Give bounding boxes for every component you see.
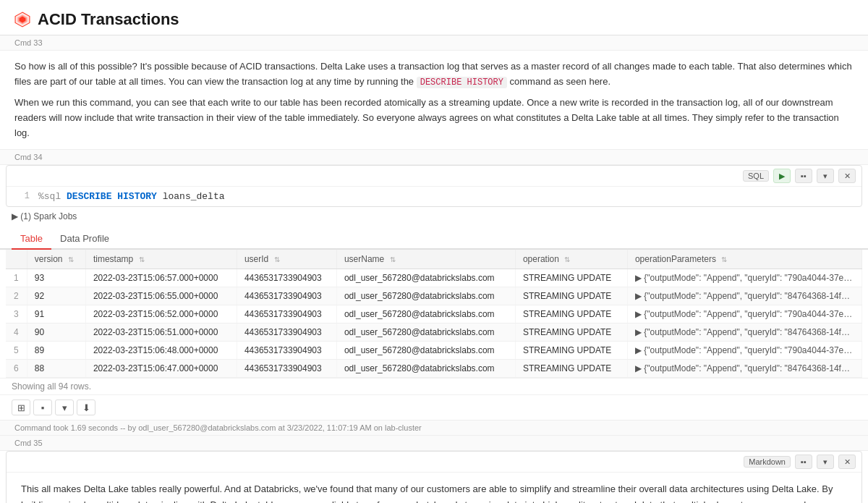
- cmd34-cell-header: SQL ▶ ▪▪ ▾ ✕: [7, 166, 861, 187]
- table-row: 5 89 2022-03-23T15:06:48.000+0000 443653…: [6, 342, 862, 360]
- cell-row-num: 5: [6, 342, 27, 360]
- table-row: 1 93 2022-03-23T15:06:57.000+0000 443653…: [6, 269, 862, 287]
- cell-row-num: 2: [6, 287, 27, 305]
- tab-table[interactable]: Table: [12, 229, 51, 250]
- cell-timestamp: 2022-03-23T15:06:52.000+0000: [85, 305, 237, 324]
- cell-version: 90: [27, 324, 85, 342]
- cell-timestamp: 2022-03-23T15:06:51.000+0000: [85, 324, 237, 342]
- cell-row-num: 1: [6, 269, 27, 287]
- run-button[interactable]: ▶: [773, 169, 791, 183]
- spark-jobs-label: ▶ (1) Spark Jobs: [12, 211, 77, 221]
- markdown-paragraph: This all makes Delta Lake tables really …: [21, 481, 847, 503]
- cell-version: 89: [27, 342, 85, 360]
- markdown-menu-button[interactable]: ▾: [817, 455, 834, 469]
- cell-op-params[interactable]: ▶ {"outputMode": "Append", "queryId": "8…: [627, 324, 861, 342]
- notebook-header: ACID Transactions: [0, 0, 868, 35]
- th-operation[interactable]: operation ⇅: [515, 250, 627, 269]
- cell-operation: STREAMING UPDATE: [515, 324, 627, 342]
- table-chart-button[interactable]: ▪: [33, 400, 52, 415]
- table-footer: Showing all 94 rows.: [0, 378, 868, 394]
- sort-userid-icon: ⇅: [274, 255, 280, 263]
- code-sql-keyword: DESCRIBE HISTORY: [67, 191, 157, 202]
- cell-operation: STREAMING UPDATE: [515, 305, 627, 324]
- cell-username: odl_user_567280@databrickslabs.com: [336, 324, 515, 342]
- cell-userid: 4436531733904903: [237, 269, 336, 287]
- th-operation-params[interactable]: operationParameters ⇅: [627, 250, 861, 269]
- sort-version-icon: ⇅: [68, 255, 74, 263]
- code-table-name: loans_delta: [163, 191, 225, 202]
- cell-operation: STREAMING UPDATE: [515, 269, 627, 287]
- cmd34-code-cell: SQL ▶ ▪▪ ▾ ✕ 1 %sql DESCRIBE HISTORY loa…: [6, 165, 862, 207]
- notebook-container: ACID Transactions Cmd 33 So how is all o…: [0, 0, 868, 503]
- cell-row-num: 4: [6, 324, 27, 342]
- code-line-1: 1 %sql DESCRIBE HISTORY loans_delta: [7, 187, 861, 206]
- result-tabs: Table Data Profile: [0, 229, 868, 250]
- cell-operation: STREAMING UPDATE: [515, 287, 627, 305]
- table-row: 6 88 2022-03-23T15:06:47.000+0000 443653…: [6, 360, 862, 378]
- th-username[interactable]: userName ⇅: [336, 250, 515, 269]
- cell-op-params[interactable]: ▶ {"outputMode": "Append", "queryId": "8…: [627, 287, 861, 305]
- sort-operation-icon: ⇅: [564, 255, 570, 263]
- table-row: 2 92 2022-03-23T15:06:55.000+0000 443653…: [6, 287, 862, 305]
- cell-username: odl_user_567280@databrickslabs.com: [336, 305, 515, 324]
- cell-menu-button[interactable]: ▾: [817, 169, 834, 183]
- table-grid-button[interactable]: ⊞: [12, 400, 30, 415]
- table-chart-down-button[interactable]: ▾: [55, 400, 74, 415]
- cell-op-params[interactable]: ▶ {"outputMode": "Append", "queryId": "7…: [627, 269, 861, 287]
- table-header-row: version ⇅ timestamp ⇅ userId ⇅ userName …: [6, 250, 862, 269]
- cell-version: 92: [27, 287, 85, 305]
- cmd33-para1: So how is all of this possible? It's pos…: [14, 59, 854, 90]
- cell-op-params[interactable]: ▶ {"outputMode": "Append", "queryId": "7…: [627, 305, 861, 324]
- cell-userid: 4436531733904903: [237, 360, 336, 378]
- cell-userid: 4436531733904903: [237, 342, 336, 360]
- cell-userid: 4436531733904903: [237, 287, 336, 305]
- table-actions: ⊞ ▪ ▾ ⬇: [0, 394, 868, 420]
- th-timestamp[interactable]: timestamp ⇅: [85, 250, 237, 269]
- cmd33-para2: When we run this command, you can see th…: [14, 96, 854, 140]
- th-userid[interactable]: userId ⇅: [237, 250, 336, 269]
- code-magic-keyword: %sql: [38, 191, 61, 202]
- line-number: 1: [18, 191, 30, 202]
- markdown-content: This all makes Delta Lake tables really …: [7, 473, 861, 503]
- cell-version: 91: [27, 305, 85, 324]
- table-row: 3 91 2022-03-23T15:06:52.000+0000 443653…: [6, 305, 862, 324]
- cell-username: odl_user_567280@databrickslabs.com: [336, 269, 515, 287]
- spark-jobs-section[interactable]: ▶ (1) Spark Jobs: [0, 207, 868, 226]
- cell-userid: 4436531733904903: [237, 305, 336, 324]
- chart-view-button[interactable]: ▪▪: [795, 169, 812, 183]
- cmd34-timing: Command took 1.69 seconds -- by odl_user…: [0, 420, 868, 436]
- sql-lang-badge: SQL: [743, 170, 769, 182]
- sort-params-icon: ⇅: [721, 255, 727, 263]
- cmd35-markdown-cell: Markdown ▪▪ ▾ ✕ This all makes Delta Lak…: [6, 451, 862, 503]
- cell-row-num: 6: [6, 360, 27, 378]
- markdown-lang-badge: Markdown: [744, 456, 791, 468]
- cell-operation: STREAMING UPDATE: [515, 342, 627, 360]
- sort-username-icon: ⇅: [390, 255, 396, 263]
- markdown-close-button[interactable]: ✕: [838, 455, 856, 469]
- cell-timestamp: 2022-03-23T15:06:47.000+0000: [85, 360, 237, 378]
- cell-timestamp: 2022-03-23T15:06:55.000+0000: [85, 287, 237, 305]
- cell-version: 88: [27, 360, 85, 378]
- th-version[interactable]: version ⇅: [27, 250, 85, 269]
- page-title: ACID Transactions: [38, 10, 179, 29]
- markdown-chart-button[interactable]: ▪▪: [795, 455, 812, 469]
- result-table-wrapper: version ⇅ timestamp ⇅ userId ⇅ userName …: [0, 250, 868, 378]
- cell-op-params[interactable]: ▶ {"outputMode": "Append", "queryId": "7…: [627, 342, 861, 360]
- table-download-button[interactable]: ⬇: [77, 400, 95, 415]
- sort-timestamp-icon: ⇅: [139, 255, 145, 263]
- result-table: version ⇅ timestamp ⇅ userId ⇅ userName …: [6, 250, 862, 378]
- cell-close-button[interactable]: ✕: [838, 169, 856, 183]
- th-row-num: [6, 250, 27, 269]
- cell-op-params[interactable]: ▶ {"outputMode": "Append", "queryId": "8…: [627, 360, 861, 378]
- databricks-logo-icon: [14, 12, 30, 28]
- cmd33-text-cell: So how is all of this possible? It's pos…: [0, 51, 868, 150]
- cell-username: odl_user_567280@databrickslabs.com: [336, 342, 515, 360]
- cell-version: 93: [27, 269, 85, 287]
- cell-row-num: 3: [6, 305, 27, 324]
- tab-data-profile[interactable]: Data Profile: [51, 229, 118, 250]
- cmd34-label: Cmd 34: [0, 150, 868, 165]
- cmd35-cell-header: Markdown ▪▪ ▾ ✕: [7, 452, 861, 473]
- cell-userid: 4436531733904903: [237, 324, 336, 342]
- cell-username: odl_user_567280@databrickslabs.com: [336, 287, 515, 305]
- table-row: 4 90 2022-03-23T15:06:51.000+0000 443653…: [6, 324, 862, 342]
